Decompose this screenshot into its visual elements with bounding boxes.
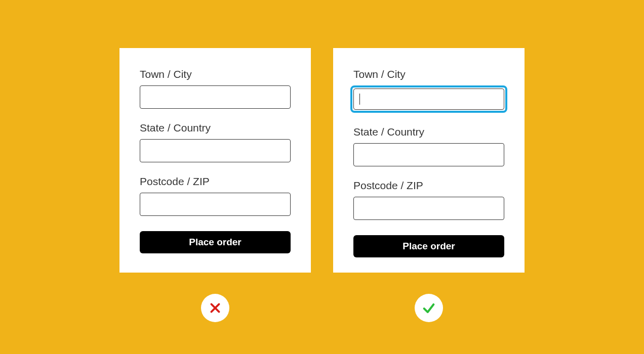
state-label: State / Country [353, 126, 504, 138]
status-badge-correct [415, 294, 443, 322]
postcode-input[interactable] [140, 193, 291, 216]
town-label: Town / City [353, 68, 504, 80]
field-group-postcode: Postcode / ZIP [353, 180, 504, 220]
status-badge-incorrect [201, 294, 229, 322]
postcode-label: Postcode / ZIP [353, 180, 504, 192]
field-group-town: Town / City [140, 68, 291, 109]
postcode-label: Postcode / ZIP [140, 175, 291, 188]
badge-col-left [119, 294, 311, 322]
town-input[interactable] [353, 88, 504, 110]
badge-col-right [333, 294, 525, 322]
place-order-button[interactable]: Place order [353, 235, 504, 257]
town-label: Town / City [140, 68, 291, 80]
state-input[interactable] [353, 143, 504, 166]
postcode-input[interactable] [353, 197, 504, 220]
field-group-state: State / Country [140, 122, 291, 162]
check-icon [422, 301, 436, 315]
place-order-button[interactable]: Place order [140, 231, 291, 253]
form-card-with-focus: Town / City State / Country Postcode / Z… [333, 48, 525, 273]
field-group-state: State / Country [353, 126, 504, 166]
status-badges-row [119, 294, 525, 322]
state-label: State / Country [140, 122, 291, 134]
state-input[interactable] [140, 139, 291, 162]
text-caret [359, 94, 360, 105]
cross-icon [209, 301, 222, 315]
field-group-postcode: Postcode / ZIP [140, 175, 291, 216]
focus-ring [350, 85, 507, 113]
town-input[interactable] [140, 85, 291, 109]
form-card-no-focus: Town / City State / Country Postcode / Z… [119, 48, 311, 273]
field-group-town: Town / City [353, 68, 504, 113]
